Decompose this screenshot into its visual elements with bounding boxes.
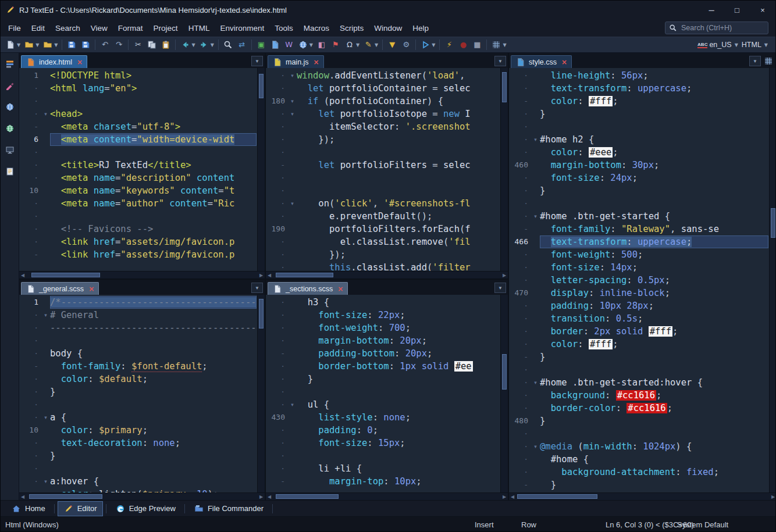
tab-close-icon[interactable]: × bbox=[561, 58, 567, 66]
scrollbar-thumb[interactable] bbox=[771, 208, 775, 238]
code-text[interactable]: color: #eee; bbox=[540, 146, 768, 159]
code-editor[interactable]: 1<!DOCTYPE html>·<html lang="en">··▾<hea… bbox=[19, 68, 265, 271]
code-text[interactable]: <!DOCTYPE html> bbox=[50, 69, 257, 82]
menu-file[interactable]: File bbox=[3, 21, 26, 35]
tab-_sections.scss[interactable]: _sections.scss× bbox=[268, 282, 348, 295]
code-text[interactable]: li +li { bbox=[297, 462, 500, 475]
search-input[interactable] bbox=[680, 23, 764, 33]
menu-scripts[interactable]: Scripts bbox=[334, 21, 369, 35]
code-text[interactable]: <meta charset="utf-8"> bbox=[50, 120, 257, 133]
code-text[interactable]: font-size: 14px; bbox=[540, 261, 768, 274]
code-text[interactable]: background-attachment: fixed; bbox=[540, 466, 768, 479]
browser-preview-button[interactable] bbox=[268, 38, 282, 52]
insert-flag-button[interactable]: ⚑ bbox=[329, 38, 343, 52]
scroll-left-icon[interactable]: ◀ bbox=[266, 272, 273, 279]
code-text[interactable]: line-height: 56px; bbox=[540, 69, 768, 82]
code-text[interactable]: a { bbox=[50, 411, 257, 424]
maximize-button[interactable]: □ bbox=[724, 1, 750, 19]
code-text[interactable] bbox=[50, 95, 257, 108]
code-text[interactable]: #home h2 { bbox=[540, 133, 768, 146]
scroll-right-icon[interactable]: ▶ bbox=[258, 272, 265, 279]
h-scrollbar[interactable]: ◀▶ bbox=[509, 492, 776, 500]
tab-list-dropdown[interactable]: ▼ bbox=[494, 56, 506, 66]
code-text[interactable]: ----------------------------------------… bbox=[50, 322, 257, 334]
code-text[interactable]: el.classList.remove('fil bbox=[297, 235, 500, 248]
bottom-tab-file-commander[interactable]: File Commander bbox=[188, 501, 269, 516]
code-text[interactable]: font-weight: 700; bbox=[297, 322, 500, 334]
tab-_general.scss[interactable]: _general.scss× bbox=[21, 282, 99, 295]
code-editor[interactable]: 1/*-------------------------------------… bbox=[19, 295, 265, 492]
code-text[interactable]: padding-bottom: 20px; bbox=[297, 347, 500, 360]
code-text[interactable]: font-family: $font-default; bbox=[50, 360, 257, 373]
nav-forward-dropdown-arrow[interactable]: ▼ bbox=[211, 42, 214, 48]
menu-project[interactable]: Project bbox=[148, 21, 183, 35]
code-text[interactable]: border-color: #cc1616; bbox=[540, 402, 768, 415]
code-text[interactable]: window.addEventListener('load', bbox=[297, 69, 500, 82]
code-text[interactable]: <title>RJ TextEd</title> bbox=[50, 159, 257, 172]
code-text[interactable]: #home .btn-get-started:hover { bbox=[540, 376, 768, 389]
sidebar-clips-notes-button[interactable] bbox=[5, 166, 15, 178]
scroll-right-icon[interactable]: ▶ bbox=[258, 493, 265, 500]
scrollbar-thumb[interactable] bbox=[276, 494, 339, 499]
fold-marker-icon[interactable]: ▾ bbox=[41, 108, 50, 120]
code-text[interactable] bbox=[297, 172, 500, 184]
bottom-tab-home[interactable]: Home bbox=[5, 501, 51, 516]
code-text[interactable]: } bbox=[540, 479, 768, 491]
tab-close-icon[interactable]: × bbox=[77, 58, 83, 66]
v-scrollbar[interactable] bbox=[257, 68, 265, 271]
scroll-right-icon[interactable]: ▶ bbox=[770, 493, 776, 500]
code-text[interactable]: text-transform: uppercase; bbox=[540, 235, 768, 248]
v-scrollbar[interactable] bbox=[257, 295, 265, 492]
code-text[interactable]: } bbox=[540, 108, 768, 120]
layout-grid-icon[interactable] bbox=[762, 56, 775, 66]
code-text[interactable]: /*--------------------------------------… bbox=[50, 296, 257, 309]
fold-marker-icon[interactable]: ▾ bbox=[531, 210, 540, 223]
code-text[interactable]: letter-spacing: 0.5px; bbox=[540, 274, 768, 287]
code-text[interactable]: if (portfolioContainer) { bbox=[297, 95, 500, 108]
code-text[interactable]: <meta name="keywords" content="t bbox=[50, 184, 257, 197]
code-text[interactable]: <meta name="author" content="Ric bbox=[50, 197, 257, 210]
code-text[interactable]: display: inline-block; bbox=[540, 287, 768, 299]
fold-marker-icon[interactable]: ▾ bbox=[531, 376, 540, 389]
data-grid-button[interactable]: ▼ bbox=[489, 38, 508, 52]
special-chars-dropdown-arrow[interactable]: ▼ bbox=[356, 42, 359, 48]
scrollbar-thumb[interactable] bbox=[276, 273, 334, 277]
code-text[interactable]: itemSelector: '.screenshot bbox=[297, 120, 500, 133]
code-text[interactable]: #home { bbox=[540, 453, 768, 466]
code-text[interactable]: font-size: 24px; bbox=[540, 172, 768, 184]
open-from-ftp-button[interactable]: ▼ bbox=[41, 38, 59, 52]
nav-back-button[interactable]: ▼ bbox=[178, 38, 197, 52]
close-button[interactable]: × bbox=[750, 1, 775, 19]
code-text[interactable]: portfolioFilters.forEach(f bbox=[297, 223, 500, 235]
new-file-button[interactable]: ▼ bbox=[3, 38, 22, 52]
code-text[interactable] bbox=[50, 146, 257, 159]
filter-button[interactable]: ▼ bbox=[385, 38, 399, 52]
code-text[interactable]: font-size: 22px; bbox=[297, 309, 500, 322]
fold-marker-icon[interactable]: ▾ bbox=[531, 440, 540, 453]
tab-list-dropdown[interactable]: ▼ bbox=[251, 56, 263, 66]
bottom-tab-editor[interactable]: Editor bbox=[58, 501, 103, 516]
code-text[interactable] bbox=[50, 334, 257, 347]
scrollbar-thumb[interactable] bbox=[259, 299, 264, 329]
code-text[interactable] bbox=[297, 184, 500, 197]
code-text[interactable]: color: #fff; bbox=[540, 95, 768, 108]
menu-environment[interactable]: Environment bbox=[215, 21, 269, 35]
scrollbar-thumb[interactable] bbox=[502, 72, 507, 102]
run-script-dropdown-arrow[interactable]: ▼ bbox=[432, 42, 435, 48]
fold-marker-icon[interactable]: ▾ bbox=[531, 133, 540, 146]
search-button[interactable] bbox=[221, 38, 235, 52]
format-pen-button[interactable]: ✎▼ bbox=[361, 38, 380, 52]
code-text[interactable] bbox=[50, 398, 257, 411]
cut-button[interactable]: ✂ bbox=[131, 38, 145, 52]
code-text[interactable]: } bbox=[540, 184, 768, 197]
code-text[interactable]: text-decoration: none; bbox=[50, 437, 257, 449]
code-text[interactable]: <head> bbox=[50, 108, 257, 120]
code-text[interactable]: e.preventDefault(); bbox=[297, 210, 500, 223]
format-pen-dropdown-arrow[interactable]: ▼ bbox=[375, 42, 378, 48]
new-file-dropdown-arrow[interactable]: ▼ bbox=[17, 42, 20, 48]
code-text[interactable]: color: $primary; bbox=[50, 424, 257, 437]
code-text[interactable]: let portfolioIsotope = new I bbox=[297, 108, 500, 120]
code-text[interactable]: } bbox=[540, 351, 768, 363]
code-text[interactable]: @media (min-width: 1024px) { bbox=[540, 440, 768, 453]
html-validate-button[interactable]: ▣ bbox=[254, 38, 268, 52]
